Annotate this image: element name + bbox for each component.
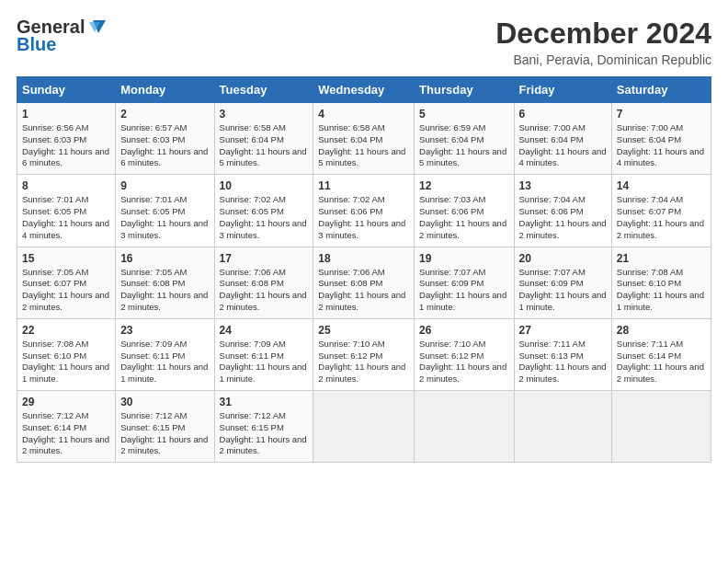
calendar-header-thursday: Thursday (415, 77, 514, 103)
day-info: Sunrise: 7:10 AMSunset: 6:12 PMDaylight:… (419, 339, 508, 385)
logo-blue: Blue (17, 34, 56, 55)
page: General Blue December 2024 Bani, Peravia… (0, 0, 728, 563)
calendar-cell: 10Sunrise: 7:02 AMSunset: 6:05 PMDayligh… (214, 175, 313, 247)
day-number: 8 (22, 179, 110, 192)
calendar-cell: 9Sunrise: 7:01 AMSunset: 6:05 PMDaylight… (116, 175, 214, 247)
day-info: Sunrise: 7:02 AMSunset: 6:05 PMDaylight:… (220, 194, 309, 241)
day-info: Sunrise: 7:06 AMSunset: 6:08 PMDaylight:… (220, 267, 309, 314)
calendar-cell: 22Sunrise: 7:08 AMSunset: 6:10 PMDayligh… (17, 318, 116, 390)
day-info: Sunrise: 6:58 AMSunset: 6:04 PMDaylight:… (318, 122, 409, 169)
day-number: 22 (22, 324, 110, 337)
day-info: Sunrise: 7:09 AMSunset: 6:11 PMDaylight:… (220, 339, 309, 385)
calendar-cell: 19Sunrise: 7:07 AMSunset: 6:09 PMDayligh… (415, 247, 514, 318)
calendar-cell: 14Sunrise: 7:04 AMSunset: 6:07 PMDayligh… (611, 175, 711, 247)
calendar-cell: 3Sunrise: 6:58 AMSunset: 6:04 PMDaylight… (214, 103, 313, 175)
day-info: Sunrise: 6:57 AMSunset: 6:03 PMDaylight:… (120, 122, 209, 169)
day-number: 7 (617, 108, 706, 121)
day-info: Sunrise: 7:12 AMSunset: 6:15 PMDaylight:… (120, 410, 209, 457)
day-number: 11 (318, 179, 409, 192)
day-number: 19 (419, 252, 508, 265)
calendar-header-tuesday: Tuesday (214, 77, 313, 103)
day-info: Sunrise: 7:12 AMSunset: 6:14 PMDaylight:… (22, 410, 110, 457)
day-info: Sunrise: 7:01 AMSunset: 6:05 PMDaylight:… (22, 194, 110, 241)
day-number: 14 (617, 179, 706, 192)
calendar-cell: 27Sunrise: 7:11 AMSunset: 6:13 PMDayligh… (514, 318, 611, 390)
month-title: December 2024 (495, 17, 711, 51)
calendar-header-row: SundayMondayTuesdayWednesdayThursdayFrid… (17, 77, 711, 103)
calendar-cell: 24Sunrise: 7:09 AMSunset: 6:11 PMDayligh… (214, 318, 313, 390)
day-info: Sunrise: 7:00 AMSunset: 6:04 PMDaylight:… (617, 122, 706, 169)
calendar-cell: 16Sunrise: 7:05 AMSunset: 6:08 PMDayligh… (116, 247, 214, 318)
calendar-cell: 21Sunrise: 7:08 AMSunset: 6:10 PMDayligh… (611, 247, 711, 318)
calendar-cell: 11Sunrise: 7:02 AMSunset: 6:06 PMDayligh… (313, 175, 415, 247)
calendar-week-row: 8Sunrise: 7:01 AMSunset: 6:05 PMDaylight… (17, 175, 711, 247)
day-number: 6 (519, 108, 607, 121)
calendar-cell: 17Sunrise: 7:06 AMSunset: 6:08 PMDayligh… (214, 247, 313, 318)
calendar-cell (611, 391, 711, 463)
calendar-cell: 4Sunrise: 6:58 AMSunset: 6:04 PMDaylight… (313, 103, 415, 175)
day-info: Sunrise: 7:05 AMSunset: 6:07 PMDaylight:… (22, 267, 110, 314)
day-info: Sunrise: 6:58 AMSunset: 6:04 PMDaylight:… (220, 122, 309, 169)
calendar-cell: 2Sunrise: 6:57 AMSunset: 6:03 PMDaylight… (116, 103, 214, 175)
day-number: 26 (419, 324, 508, 337)
day-number: 3 (220, 108, 309, 121)
calendar-cell: 23Sunrise: 7:09 AMSunset: 6:11 PMDayligh… (116, 318, 214, 390)
day-number: 1 (22, 108, 110, 121)
calendar-cell: 29Sunrise: 7:12 AMSunset: 6:14 PMDayligh… (17, 391, 116, 463)
calendar-cell: 20Sunrise: 7:07 AMSunset: 6:09 PMDayligh… (514, 247, 611, 318)
calendar-cell (415, 391, 514, 463)
day-number: 13 (519, 179, 607, 192)
day-number: 18 (318, 252, 409, 265)
calendar-header-friday: Friday (514, 77, 611, 103)
calendar-cell: 12Sunrise: 7:03 AMSunset: 6:06 PMDayligh… (415, 175, 514, 247)
calendar-week-row: 22Sunrise: 7:08 AMSunset: 6:10 PMDayligh… (17, 318, 711, 390)
calendar-cell (514, 391, 611, 463)
day-number: 9 (120, 179, 209, 192)
calendar-cell: 28Sunrise: 7:11 AMSunset: 6:14 PMDayligh… (611, 318, 711, 390)
day-info: Sunrise: 7:11 AMSunset: 6:14 PMDaylight:… (617, 339, 706, 385)
day-info: Sunrise: 7:04 AMSunset: 6:06 PMDaylight:… (519, 194, 607, 241)
day-number: 24 (220, 324, 309, 337)
title-area: December 2024 Bani, Peravia, Dominican R… (495, 17, 711, 67)
day-info: Sunrise: 6:59 AMSunset: 6:04 PMDaylight:… (419, 122, 508, 169)
calendar-cell: 1Sunrise: 6:56 AMSunset: 6:03 PMDaylight… (17, 103, 116, 175)
location: Bani, Peravia, Dominican Republic (495, 52, 711, 67)
day-number: 28 (617, 324, 706, 337)
day-number: 15 (22, 252, 110, 265)
header: General Blue December 2024 Bani, Peravia… (17, 17, 711, 67)
calendar-cell: 26Sunrise: 7:10 AMSunset: 6:12 PMDayligh… (415, 318, 514, 390)
calendar-week-row: 29Sunrise: 7:12 AMSunset: 6:14 PMDayligh… (17, 391, 711, 463)
calendar-cell: 25Sunrise: 7:10 AMSunset: 6:12 PMDayligh… (313, 318, 415, 390)
day-info: Sunrise: 7:08 AMSunset: 6:10 PMDaylight:… (617, 267, 706, 314)
calendar-header-wednesday: Wednesday (313, 77, 415, 103)
calendar-cell: 5Sunrise: 6:59 AMSunset: 6:04 PMDaylight… (415, 103, 514, 175)
calendar-cell (313, 391, 415, 463)
calendar-table: SundayMondayTuesdayWednesdayThursdayFrid… (17, 76, 711, 463)
day-number: 25 (318, 324, 409, 337)
day-number: 31 (220, 396, 309, 408)
calendar-cell: 6Sunrise: 7:00 AMSunset: 6:04 PMDaylight… (514, 103, 611, 175)
day-number: 10 (220, 179, 309, 192)
day-number: 2 (120, 108, 209, 121)
day-info: Sunrise: 7:07 AMSunset: 6:09 PMDaylight:… (419, 267, 508, 314)
calendar-cell: 7Sunrise: 7:00 AMSunset: 6:04 PMDaylight… (611, 103, 711, 175)
day-number: 4 (318, 108, 409, 121)
calendar-cell: 13Sunrise: 7:04 AMSunset: 6:06 PMDayligh… (514, 175, 611, 247)
logo-icon (85, 18, 106, 35)
calendar-header-saturday: Saturday (611, 77, 711, 103)
calendar-cell: 8Sunrise: 7:01 AMSunset: 6:05 PMDaylight… (17, 175, 116, 247)
logo: General Blue (17, 17, 106, 55)
calendar-cell: 15Sunrise: 7:05 AMSunset: 6:07 PMDayligh… (17, 247, 116, 318)
calendar-week-row: 1Sunrise: 6:56 AMSunset: 6:03 PMDaylight… (17, 103, 711, 175)
calendar-cell: 31Sunrise: 7:12 AMSunset: 6:15 PMDayligh… (214, 391, 313, 463)
day-number: 29 (22, 396, 110, 408)
day-info: Sunrise: 7:09 AMSunset: 6:11 PMDaylight:… (120, 339, 209, 385)
day-number: 23 (120, 324, 209, 337)
day-number: 12 (419, 179, 508, 192)
day-info: Sunrise: 7:04 AMSunset: 6:07 PMDaylight:… (617, 194, 706, 241)
day-info: Sunrise: 7:05 AMSunset: 6:08 PMDaylight:… (120, 267, 209, 314)
day-info: Sunrise: 7:08 AMSunset: 6:10 PMDaylight:… (22, 339, 110, 385)
day-info: Sunrise: 7:12 AMSunset: 6:15 PMDaylight:… (220, 410, 309, 457)
day-info: Sunrise: 6:56 AMSunset: 6:03 PMDaylight:… (22, 122, 110, 169)
day-info: Sunrise: 7:02 AMSunset: 6:06 PMDaylight:… (318, 194, 409, 241)
